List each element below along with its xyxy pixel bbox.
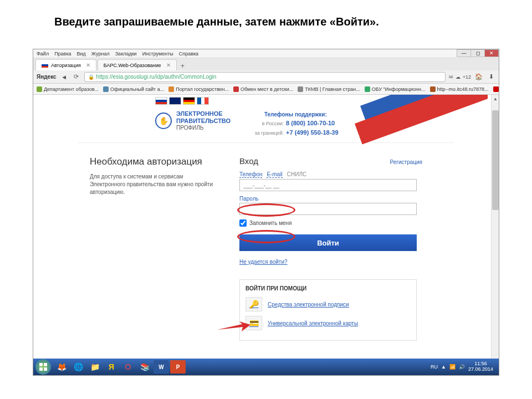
tab-authorization[interactable]: Авторизация ✕ [35, 59, 96, 70]
phones-title: Телефоны поддержки: [253, 110, 338, 119]
login-tabs: Телефон E-mail СНИЛС [239, 171, 422, 178]
remember-input[interactable] [239, 219, 247, 227]
bookmark-item[interactable]: ТКМВ | Главная стран... [298, 86, 360, 92]
support-phones: Телефоны поддержки: в России:8 (800) 100… [253, 110, 338, 137]
alt-login-panel: ВОЙТИ ПРИ ПОМОЩИ 🔑 Средства электронной … [239, 279, 417, 341]
bookmark-icon [103, 86, 109, 92]
menu-file[interactable]: Файл [37, 51, 49, 57]
close-button[interactable]: ✕ [484, 49, 499, 57]
bookmark-item[interactable]: Официальный сайт а... [103, 86, 164, 92]
remember-checkbox[interactable]: Запомнить меня [239, 219, 422, 227]
firefox-icon[interactable]: 🦊 [54, 360, 69, 374]
menu-help[interactable]: Справка [179, 51, 198, 57]
bookmark-item[interactable]: Портал государствен... [168, 86, 229, 92]
tab-label: Авторизация [51, 63, 81, 68]
lang-de[interactable] [183, 97, 195, 105]
start-button[interactable] [35, 359, 51, 375]
window-controls: — ◻ ✕ [457, 49, 499, 58]
menu-edit[interactable]: Правка [54, 51, 71, 57]
logo-line1: ЭЛЕКТРОННОЕ [176, 110, 223, 117]
lang-ru[interactable] [155, 97, 167, 105]
bookmark-item[interactable]: Департамент образов... [37, 86, 99, 92]
svg-rect-1 [39, 363, 43, 366]
weather-temp: +12 [463, 74, 471, 80]
opera-icon[interactable]: O [120, 360, 136, 374]
bookmark-icon [233, 86, 239, 92]
login-form: Вход Регистрация Телефон E-mail СНИЛС Па… [239, 156, 422, 341]
bookmark-icon [365, 86, 370, 92]
bookmark-item[interactable]: http--mo.itc48.ru7878... [430, 86, 489, 92]
lang-fr[interactable] [197, 97, 209, 105]
yandex-icon[interactable]: Я [104, 360, 119, 374]
tab-phone[interactable]: Телефон [239, 171, 262, 178]
tray-sound-icon[interactable]: 🔊 [459, 364, 465, 370]
tab-close-icon[interactable]: ✕ [166, 62, 171, 68]
tray-arrow-icon[interactable]: ▲ [441, 364, 446, 370]
phone-input[interactable] [239, 179, 417, 191]
menu-view[interactable]: Вид [77, 51, 86, 57]
tray-lang[interactable]: RU [431, 364, 438, 370]
svg-marker-0 [217, 321, 250, 331]
lock-icon: 🔒 [88, 74, 94, 80]
tab-label: БАРС.Web-Образование [104, 63, 161, 68]
yandex-label[interactable]: Яндекс [37, 74, 57, 80]
winrar-icon[interactable]: 📚 [137, 360, 152, 374]
logo-line3: ПРОФИЛЬ [176, 125, 203, 131]
menu-bookmarks[interactable]: Закладки [115, 51, 137, 57]
menu-history[interactable]: Журнал [91, 51, 110, 57]
powerpoint-icon[interactable]: P [170, 360, 186, 374]
usb-key-icon: 🔑 [245, 297, 262, 311]
register-link[interactable]: Регистрация [390, 159, 422, 165]
bookmark-icon [430, 86, 436, 92]
scroll-up-icon[interactable]: ▲ [492, 95, 499, 103]
tab-email[interactable]: E-mail [267, 171, 282, 178]
lang-en[interactable] [169, 97, 181, 105]
password-label: Пароль [239, 196, 422, 202]
back-button[interactable]: ◄ [60, 73, 69, 81]
site-logo: ✋ ЭЛЕКТРОННОЕ ПРАВИТЕЛЬСТВО ПРОФИЛЬ [155, 110, 231, 131]
tab-bars[interactable]: БАРС.Web-Образование ✕ [98, 59, 177, 70]
auth-desc: Для доступа к системам и сервисам Электр… [90, 173, 217, 196]
bookmark-item[interactable]: ОБУ "Информационн... [365, 86, 426, 92]
tab-close-icon[interactable]: ✕ [86, 62, 90, 68]
alt-item-eds[interactable]: 🔑 Средства электронной подписи [245, 297, 411, 311]
minimize-button[interactable]: — [457, 49, 471, 57]
svg-rect-3 [39, 367, 43, 371]
url-input[interactable]: 🔒 https://esia.gosuslugi.ru/idp/authn/Co… [84, 72, 446, 82]
tray-network-icon[interactable]: 📶 [449, 364, 456, 370]
tab-snils[interactable]: СНИЛС [287, 171, 306, 178]
page-content: ✋ ЭЛЕКТРОННОЕ ПРАВИТЕЛЬСТВО ПРОФИЛЬ Теле… [33, 95, 499, 375]
password-input[interactable] [239, 203, 417, 215]
bookmark-item[interactable]: YouTube [493, 86, 499, 92]
reload-button[interactable]: ⟳ [72, 73, 81, 81]
weather-widget[interactable]: ✉ ☁ +12 [449, 74, 471, 80]
auth-info: Необходима авторизация Для доступа к сис… [90, 156, 217, 341]
scroll-thumb[interactable] [492, 110, 499, 210]
alt-title: ВОЙТИ ПРИ ПОМОЩИ [245, 285, 411, 291]
word-icon[interactable]: W [154, 360, 169, 374]
flag-ru-icon [42, 63, 48, 68]
addressbar: Яндекс ◄ ⟳ 🔒 https://esia.gosuslugi.ru/i… [33, 70, 499, 84]
svg-rect-4 [44, 367, 47, 371]
cant-login-link[interactable]: Не удается войти? [239, 259, 288, 265]
browser-window: — ◻ ✕ Файл Правка Вид Журнал Закладки Ин… [33, 49, 499, 376]
taskbar: 🦊 🌐 📁 Я O 📚 W P RU ▲ 📶 🔊 11:56 27.06.201… [33, 359, 499, 375]
maximize-button[interactable]: ◻ [470, 49, 485, 57]
svg-rect-2 [44, 363, 47, 366]
scrollbar[interactable]: ▲ [491, 95, 499, 375]
menu-tools[interactable]: Инструменты [142, 51, 173, 57]
alt-item-card[interactable]: 💳 Универсальной электронной карты [245, 316, 411, 330]
home-button[interactable]: 🏠 [474, 73, 483, 81]
explorer-icon[interactable]: 📁 [87, 360, 103, 374]
bookmark-icon [298, 86, 303, 92]
new-tab-button[interactable]: + [178, 62, 188, 70]
mail-icon: ✉ [449, 74, 453, 80]
chrome-icon[interactable]: 🌐 [70, 360, 86, 374]
red-arrow-annotation [217, 321, 250, 332]
login-button[interactable]: Войти [239, 234, 417, 251]
bookmark-item[interactable]: Обмен мест в детски... [233, 86, 293, 92]
browser-tabs: Авторизация ✕ БАРС.Web-Образование ✕ + [33, 58, 499, 70]
auth-title: Необходима авторизация [90, 156, 217, 167]
download-icon[interactable]: ⬇ [487, 73, 495, 81]
tray-clock[interactable]: 11:56 27.06.2014 [468, 361, 493, 372]
